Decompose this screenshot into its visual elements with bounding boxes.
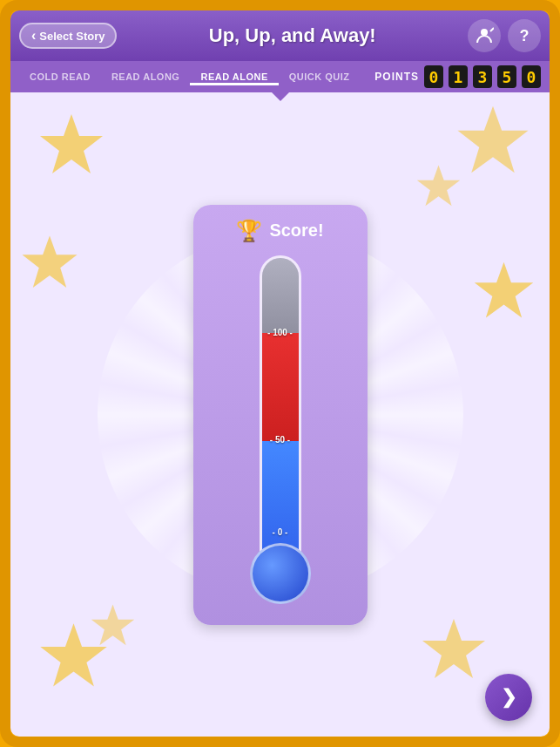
star-small-bottom-left (89, 601, 137, 649)
svg-marker-3 (458, 106, 529, 173)
points-digit-3: 5 (497, 65, 516, 88)
star-mid-right (471, 258, 536, 323)
svg-marker-2 (40, 114, 103, 173)
therm-marker-100: - 100 - (262, 328, 299, 337)
svg-marker-8 (417, 165, 461, 206)
svg-marker-4 (23, 235, 78, 288)
main-content: 🏆 Score! - 100 - - 50 - (10, 92, 550, 737)
points-digit-1: 1 (449, 65, 468, 88)
next-button[interactable]: ❯ (485, 674, 532, 721)
star-top-left (37, 110, 106, 180)
header-icons: ? (468, 19, 541, 52)
help-icon: ? (520, 27, 530, 45)
therm-fill-red (262, 333, 299, 441)
tab-quick-quiz[interactable]: QUICK QUIZ (279, 68, 361, 85)
app-container: ‹ Select Story Up, Up, and Away! ? COLD … (10, 10, 550, 737)
trophy-icon: 🏆 (236, 219, 262, 243)
therm-marker-0: - 0 - (262, 527, 299, 537)
thermometer: - 100 - - 50 - - 0 - 🔥 74 (246, 255, 315, 604)
tab-cold-read[interactable]: COLD READ (19, 68, 101, 85)
star-mid-left (19, 232, 80, 293)
svg-line-1 (490, 28, 494, 31)
star-top-right (454, 101, 532, 180)
teacher-icon (475, 26, 494, 45)
therm-tube: - 100 - - 50 - - 0 - 🔥 74 (260, 255, 301, 552)
star-small-top-right (415, 162, 462, 210)
back-arrow-icon: ‹ (31, 28, 36, 44)
score-card: 🏆 Score! - 100 - - 50 - (193, 205, 368, 625)
score-label: Score! (269, 221, 323, 241)
points-digit-0: 0 (424, 65, 443, 88)
score-header: 🏆 Score! (236, 219, 323, 243)
points-label: POINTS (374, 71, 419, 83)
therm-marker-50: - 50 - (262, 435, 299, 445)
tab-read-along[interactable]: READ ALONG (101, 68, 191, 85)
star-bottom-right (419, 615, 489, 684)
therm-label-100: - 100 - (267, 328, 293, 337)
therm-label-50: - 50 - (270, 435, 290, 445)
svg-point-0 (481, 29, 488, 36)
svg-marker-7 (422, 619, 485, 678)
help-button[interactable]: ? (508, 19, 541, 52)
back-label: Select Story (39, 30, 105, 43)
svg-marker-5 (475, 262, 534, 318)
points-digit-2: 3 (473, 65, 492, 88)
teacher-button[interactable] (468, 19, 501, 52)
points-section: POINTS 0 1 3 5 0 (374, 65, 541, 88)
back-button[interactable]: ‹ Select Story (19, 23, 117, 49)
header: ‹ Select Story Up, Up, and Away! ? (10, 10, 550, 61)
points-digit-4: 0 (522, 65, 541, 88)
therm-fill-gray (262, 258, 299, 334)
tab-active-indicator (272, 92, 289, 101)
therm-bulb (250, 543, 311, 604)
svg-marker-9 (91, 604, 135, 645)
header-title: Up, Up, and Away! (117, 24, 468, 47)
next-icon: ❯ (501, 686, 516, 709)
tab-read-alone[interactable]: READ ALONE (190, 68, 278, 85)
therm-label-0: - 0 - (273, 527, 288, 537)
nav-tabs: COLD READ READ ALONG READ ALONE QUICK QU… (10, 61, 550, 92)
